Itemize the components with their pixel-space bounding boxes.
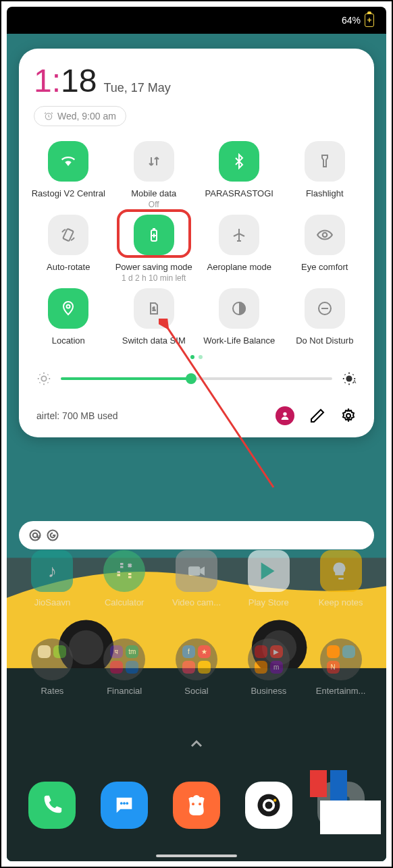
app-calculator[interactable]: Calculator bbox=[91, 550, 158, 607]
user-button[interactable] bbox=[276, 406, 294, 425]
logo-watermark bbox=[307, 767, 381, 834]
qs-tile-auto-rotate[interactable]: Auto-rotate bbox=[28, 215, 109, 283]
footer-actions bbox=[276, 406, 357, 425]
qs-tile-mobile-data[interactable]: Mobile data Off bbox=[114, 141, 194, 209]
svg-point-16 bbox=[346, 375, 352, 381]
jiosaavn-label: JioSaavn bbox=[34, 597, 70, 607]
business-label: Business bbox=[251, 686, 286, 696]
aeroplane-label: Aeroplane mode bbox=[207, 262, 271, 273]
mobile-data-sublabel: Off bbox=[149, 200, 159, 209]
bluetooth-label: PARASRASTOGI bbox=[205, 188, 273, 200]
keep-notes-label: Keep notes bbox=[319, 597, 363, 607]
folder-financial[interactable]: प tm Financial bbox=[91, 639, 158, 696]
app-play-store[interactable]: Play Store bbox=[235, 550, 302, 607]
qs-tile-eye-comfort[interactable]: Eye comfort bbox=[285, 215, 365, 283]
time-minutes: 18 bbox=[61, 63, 97, 99]
date-label: Tue, 17 May bbox=[103, 81, 170, 95]
social-label: Social bbox=[184, 686, 208, 696]
folder-entertainment[interactable]: N Entertainm... bbox=[307, 639, 374, 696]
flashlight-label: Flashlight bbox=[306, 188, 344, 200]
brightness-slider[interactable] bbox=[61, 377, 332, 380]
chevron-up-icon[interactable] bbox=[187, 734, 206, 753]
keep-notes-icon bbox=[320, 550, 362, 592]
alarm-chip[interactable]: Wed, 9:00 am bbox=[34, 106, 126, 126]
work-life-icon bbox=[219, 288, 259, 329]
app-camera[interactable] bbox=[235, 782, 302, 834]
notification-panel: 1:18 Tue, 17 May Wed, 9:00 am Rastogi V2… bbox=[19, 49, 374, 437]
svg-rect-40 bbox=[320, 801, 381, 834]
app-phone[interactable] bbox=[19, 782, 86, 834]
svg-point-25 bbox=[120, 802, 123, 805]
dnd-icon bbox=[305, 288, 345, 329]
power-saving-label: Power saving mode bbox=[115, 262, 192, 273]
calculator-label: Calculator bbox=[105, 597, 145, 607]
mobile-data-icon bbox=[134, 141, 174, 182]
quick-settings-grid: Rastogi V2 Central Mobile data Off PARAS… bbox=[28, 141, 365, 347]
data-usage-label[interactable]: airtel: 700 MB used bbox=[36, 410, 276, 421]
business-folder-icon: ▶ m bbox=[248, 639, 290, 680]
brightness-slider-row: A bbox=[28, 366, 365, 391]
location-icon bbox=[48, 288, 88, 329]
power-saving-sublabel: 1 d 2 h 10 min left bbox=[122, 273, 186, 283]
switch-sim-icon: 1 bbox=[134, 288, 174, 329]
phone-frame: 64% 1:18 Tue, 17 May Wed, 9:00 am bbox=[7, 7, 386, 861]
power-saving-icon bbox=[134, 215, 174, 255]
app-video-camera[interactable]: Video cam... bbox=[163, 550, 230, 607]
play-store-label: Play Store bbox=[248, 597, 289, 607]
qs-tile-wifi[interactable]: Rastogi V2 Central bbox=[28, 141, 109, 209]
svg-rect-24 bbox=[188, 566, 200, 575]
browser-icon bbox=[173, 782, 220, 829]
time-sep: : bbox=[52, 63, 61, 99]
search-bar[interactable] bbox=[19, 521, 374, 549]
panel-footer: airtel: 700 MB used bbox=[28, 398, 365, 425]
brightness-auto-icon[interactable]: A bbox=[342, 371, 357, 386]
at-icon bbox=[28, 528, 42, 542]
aeroplane-icon bbox=[219, 215, 259, 255]
home-row-1: ♪ JioSaavn Calculator Video cam... Play … bbox=[19, 550, 374, 607]
slider-thumb bbox=[186, 373, 196, 384]
svg-point-10 bbox=[323, 233, 328, 238]
edit-button[interactable] bbox=[309, 408, 325, 424]
location-label: Location bbox=[52, 335, 85, 347]
qs-tile-dnd[interactable]: Do Not Disturb bbox=[285, 288, 365, 347]
brightness-low-icon bbox=[36, 371, 51, 386]
flashlight-icon bbox=[305, 141, 345, 182]
qs-tile-power-saving[interactable]: Power saving mode 1 d 2 h 10 min left bbox=[114, 215, 194, 283]
app-browser[interactable] bbox=[163, 782, 230, 834]
qs-tile-aeroplane[interactable]: Aeroplane mode bbox=[199, 215, 280, 283]
time-row[interactable]: 1:18 Tue, 17 May bbox=[28, 62, 365, 99]
svg-point-18 bbox=[283, 412, 286, 415]
app-keep-notes[interactable]: Keep notes bbox=[307, 550, 374, 607]
page-indicator bbox=[28, 355, 365, 359]
nav-bar-handle[interactable] bbox=[156, 855, 237, 857]
qs-tile-location[interactable]: Location bbox=[28, 288, 109, 347]
svg-point-28 bbox=[192, 803, 194, 805]
wifi-label: Rastogi V2 Central bbox=[32, 188, 105, 200]
time-hours: 1 bbox=[34, 63, 52, 99]
work-life-label: Work-Life Balance bbox=[203, 335, 275, 347]
settings-button[interactable] bbox=[340, 408, 357, 424]
battery-pct: 64% bbox=[342, 15, 361, 26]
dnd-label: Do Not Disturb bbox=[296, 335, 353, 347]
qs-tile-work-life[interactable]: Work-Life Balance bbox=[199, 288, 280, 347]
switch-sim-label: Switch data SIM bbox=[122, 335, 186, 347]
app-messages[interactable] bbox=[91, 782, 158, 834]
dot-active bbox=[190, 355, 194, 359]
financial-folder-icon: प tm bbox=[103, 639, 145, 680]
svg-point-27 bbox=[126, 802, 129, 805]
folder-social[interactable]: f ★ Social bbox=[163, 639, 230, 696]
app-jiosaavn[interactable]: ♪ JioSaavn bbox=[19, 550, 86, 607]
svg-text:A: A bbox=[353, 379, 357, 385]
qs-tile-flashlight[interactable]: Flashlight bbox=[285, 141, 365, 209]
svg-point-33 bbox=[273, 798, 276, 801]
dot-inactive bbox=[199, 355, 203, 359]
folder-business[interactable]: ▶ m Business bbox=[235, 639, 302, 696]
qs-tile-bluetooth[interactable]: PARASRASTOGI bbox=[199, 141, 280, 209]
entertainment-folder-icon: N bbox=[320, 639, 362, 680]
alarm-icon bbox=[44, 111, 53, 121]
jiosaavn-icon: ♪ bbox=[31, 550, 73, 592]
play-store-icon bbox=[248, 550, 290, 592]
bluetooth-icon bbox=[219, 141, 259, 182]
qs-tile-switch-sim[interactable]: 1 Switch data SIM bbox=[114, 288, 194, 347]
folder-rates[interactable]: Rates bbox=[19, 639, 86, 696]
